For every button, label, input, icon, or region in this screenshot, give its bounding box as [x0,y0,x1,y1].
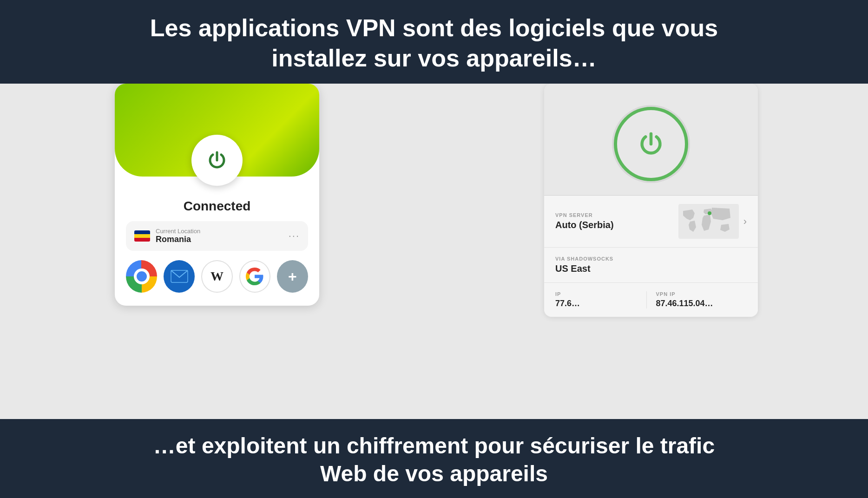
vpn-power-section [544,84,758,196]
bottom-banner-line2: Web de vos appareils [28,460,840,488]
vpn-server-label: VPN SERVER [555,212,678,218]
ip-row: IP 77.6… VPN IP 87.46.115.04… [544,283,758,317]
ip-label: IP [555,291,646,297]
mail-envelope-icon [171,270,188,283]
shadowsocks-value: US East [555,263,747,274]
vpn-header-bg [115,84,319,177]
location-info: Current Location Romania [156,228,200,244]
ip-value: 77.6… [555,299,646,308]
top-banner-line2: installez sur vos appareils… [28,43,840,73]
world-map [678,204,739,239]
vpn-ip-col: VPN IP 87.46.115.04… [646,291,747,308]
wikipedia-w-letter: W [210,269,224,284]
more-options-dots[interactable]: ··· [289,230,300,242]
main-content: Connected Current Location Romania [0,84,868,419]
vpn-info-section: VPN SERVER Auto (Serbia) [544,196,758,317]
app-shortcuts: W + [126,258,308,295]
power-icon [204,148,230,173]
flag-blue [134,230,150,234]
vpn-server-content: VPN SERVER Auto (Serbia) [555,212,678,230]
google-app-icon[interactable] [239,260,270,293]
svg-point-2 [708,211,711,215]
current-location-name: Romania [156,235,200,244]
bottom-banner: …et exploitent un chiffrement pour sécur… [0,419,868,498]
bottom-banner-line1: …et exploitent un chiffrement pour sécur… [28,432,840,460]
location-left: Current Location Romania [134,228,200,244]
shadowsocks-row: VIA SHADOWSOCKS US East [544,248,758,283]
top-banner-line1: Les applications VPN sont des logiciels … [28,13,840,43]
mail-app-icon[interactable] [164,260,195,293]
chrome-inner-ring [134,269,150,284]
vpn-server-row[interactable]: VPN SERVER Auto (Serbia) [544,196,758,248]
chrome-app-icon[interactable] [126,260,157,293]
power-ring-icon [635,128,667,160]
vpn-ip-value: 87.46.115.04… [656,299,747,308]
power-ring-button[interactable] [614,107,688,181]
shadowsocks-label: VIA SHADOWSOCKS [555,256,747,262]
left-vpn-card: Connected Current Location Romania [115,84,319,306]
power-button[interactable] [191,135,243,186]
wikipedia-app-icon[interactable]: W [201,260,232,293]
world-map-svg [678,204,739,239]
google-g-icon [245,267,264,286]
add-app-button[interactable]: + [277,260,308,293]
ip-col: IP 77.6… [555,291,646,308]
right-panel: VPN SERVER Auto (Serbia) [434,84,868,419]
current-location-label: Current Location [156,228,200,235]
flag-red [134,238,150,242]
romania-flag [134,230,150,242]
plus-symbol: + [288,268,297,285]
vpn-card-body: Connected Current Location Romania [115,177,319,306]
left-panel: Connected Current Location Romania [0,84,434,419]
top-banner: Les applications VPN sont des logiciels … [0,0,868,84]
vpn-server-value: Auto (Serbia) [555,220,678,230]
right-vpn-card: VPN SERVER Auto (Serbia) [544,84,758,317]
chevron-right-icon: › [743,216,747,228]
vpn-ip-label: VPN IP [656,291,747,297]
connected-status: Connected [126,199,308,214]
flag-yellow [134,234,150,238]
shadowsocks-content: VIA SHADOWSOCKS US East [555,256,747,274]
chrome-center-dot [137,271,147,282]
location-card[interactable]: Current Location Romania ··· [126,221,308,251]
